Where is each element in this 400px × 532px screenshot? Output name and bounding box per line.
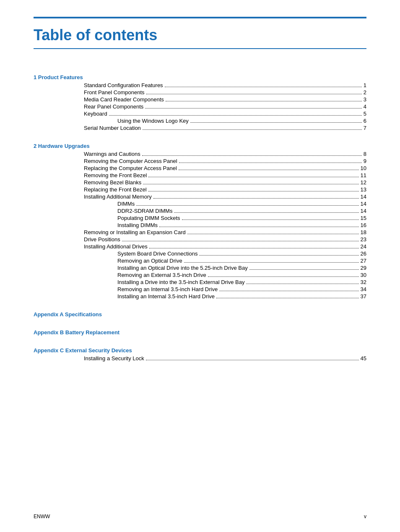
toc-dots xyxy=(143,184,358,184)
toc-entry: Removing an Internal 3.5-inch Hard Drive… xyxy=(34,286,366,292)
toc-dots xyxy=(142,155,362,156)
toc-page-number: 24 xyxy=(361,243,366,250)
toc-entry: Front Panel Components2 xyxy=(34,89,366,96)
toc-dots xyxy=(208,276,359,277)
toc-dots xyxy=(179,163,362,163)
toc-entry-label: Removing the Computer Access Panel xyxy=(84,158,177,164)
toc-entry-label: DIMMs xyxy=(117,201,135,207)
toc-dots xyxy=(145,108,361,108)
toc-page-number: 6 xyxy=(364,118,366,124)
toc-entry-label: Removing or Installing an Expansion Card xyxy=(84,229,186,235)
toc-entry: Installing an Optical Drive into the 5.2… xyxy=(34,265,366,271)
toc-dots xyxy=(246,284,358,284)
toc-dots xyxy=(184,262,359,263)
toc-entry: Installing Additional Memory14 xyxy=(34,194,366,200)
toc-entry: Media Card Reader Components3 xyxy=(34,96,366,103)
appendix-heading: Appendix B Battery Replacement xyxy=(34,329,366,336)
toc-content: 1 Product FeaturesStandard Configuration… xyxy=(34,74,366,362)
toc-page-number: 10 xyxy=(361,165,366,171)
toc-entry-label: Replacing the Front Bezel xyxy=(84,186,147,193)
toc-entry-label: Drive Positions xyxy=(84,236,120,243)
toc-page-number: 7 xyxy=(364,125,366,131)
toc-entry-label: Using the Windows Logo Key xyxy=(117,118,189,124)
toc-entry-label: Installing DIMMs xyxy=(117,222,158,228)
toc-dots xyxy=(122,241,359,241)
toc-page-number: 23 xyxy=(361,236,366,243)
toc-dots xyxy=(146,360,359,360)
toc-entry: Standard Configuration Features1 xyxy=(34,82,366,88)
toc-page-number: 29 xyxy=(361,265,366,271)
toc-entry: Removing or Installing an Expansion Card… xyxy=(34,229,366,235)
toc-page-number: 18 xyxy=(361,229,366,235)
toc-dots xyxy=(109,115,362,116)
toc-entry-label: Removing an Internal 3.5-inch Hard Drive xyxy=(117,286,218,292)
section-heading: 1 Product Features xyxy=(34,74,366,80)
section-heading: 2 Hardware Upgrades xyxy=(34,143,366,149)
page: Table of contents 1 Product FeaturesStan… xyxy=(0,0,400,532)
toc-entry: Removing Bezel Blanks12 xyxy=(34,179,366,186)
toc-entry: Serial Number Location7 xyxy=(34,125,366,131)
toc-dots xyxy=(249,269,359,270)
toc-page-number: 12 xyxy=(361,179,366,186)
toc-entry-label: Front Panel Components xyxy=(84,89,145,96)
toc-entry: DDR2-SDRAM DIMMs14 xyxy=(34,208,366,214)
toc-entry-label: System Board Drive Connections xyxy=(117,251,197,257)
toc-entry-label: Installing an Internal 3.5-inch Hard Dri… xyxy=(117,293,215,300)
toc-entry: Installing an Internal 3.5-inch Hard Dri… xyxy=(34,293,366,300)
toc-dots xyxy=(166,101,362,101)
toc-page-number: 11 xyxy=(361,172,366,178)
toc-entry-label: Populating DIMM Sockets xyxy=(117,215,180,221)
toc-entry-label: Warnings and Cautions xyxy=(84,151,140,157)
toc-entry-label: Removing an Optical Drive xyxy=(117,258,182,264)
toc-entry: Installing a Security Lock45 xyxy=(34,355,366,362)
toc-entry-label: Removing Bezel Blanks xyxy=(84,179,141,186)
toc-entry: Installing DIMMs16 xyxy=(34,222,366,228)
toc-page-number: 15 xyxy=(361,215,366,221)
toc-dots xyxy=(153,198,359,199)
toc-entry-label: Installing a Security Lock xyxy=(84,355,144,362)
toc-entry-label: Serial Number Location xyxy=(84,125,141,131)
toc-entry: Keyboard5 xyxy=(34,111,366,117)
toc-entry: Drive Positions23 xyxy=(34,236,366,243)
toc-dots xyxy=(174,212,358,213)
toc-page-number: 4 xyxy=(364,103,366,110)
toc-entry: Removing the Computer Access Panel9 xyxy=(34,158,366,164)
toc-dots xyxy=(148,177,358,177)
toc-page-number: 13 xyxy=(361,186,366,193)
toc-entry-label: Installing a Drive into the 3.5-inch Ext… xyxy=(117,279,244,285)
toc-dots xyxy=(179,170,359,170)
toc-dots xyxy=(182,220,359,220)
toc-dots xyxy=(216,298,359,298)
toc-page-number: 1 xyxy=(364,82,366,88)
toc-entry: Removing the Front Bezel11 xyxy=(34,172,366,178)
toc-page-number: 14 xyxy=(361,194,366,200)
toc-dots xyxy=(143,129,362,130)
toc-entry-label: Keyboard xyxy=(84,111,107,117)
toc-page-number: 26 xyxy=(361,251,366,257)
toc-entry: Rear Panel Components4 xyxy=(34,103,366,110)
toc-page-number: 30 xyxy=(361,272,366,278)
toc-page-number: 27 xyxy=(361,258,366,264)
toc-page-number: 14 xyxy=(361,208,366,214)
toc-dots xyxy=(190,122,362,123)
toc-entry: Installing a Drive into the 3.5-inch Ext… xyxy=(34,279,366,285)
toc-entry: Removing an Optical Drive27 xyxy=(34,258,366,264)
toc-entry-label: Rear Panel Components xyxy=(84,103,143,110)
page-title: Table of contents xyxy=(34,26,366,44)
toc-page-number: 32 xyxy=(361,279,366,285)
toc-entry: DIMMs14 xyxy=(34,201,366,207)
toc-entry: Installing Additional Drives24 xyxy=(34,243,366,250)
toc-dots xyxy=(159,227,358,227)
toc-entry-label: Removing the Front Bezel xyxy=(84,172,147,178)
toc-entry: Replacing the Computer Access Panel10 xyxy=(34,165,366,171)
footer: ENWW v xyxy=(34,514,366,519)
top-border xyxy=(34,17,366,18)
toc-page-number: 45 xyxy=(361,355,366,362)
toc-entry: Removing an External 3.5-inch Drive30 xyxy=(34,272,366,278)
toc-entry-label: Installing Additional Memory xyxy=(84,194,152,200)
toc-page-number: 8 xyxy=(364,151,366,157)
footer-left: ENWW xyxy=(34,514,50,519)
toc-entry-label: Replacing the Computer Access Panel xyxy=(84,165,177,171)
toc-entry-label: Installing an Optical Drive into the 5.2… xyxy=(117,265,248,271)
toc-page-number: 5 xyxy=(364,111,366,117)
